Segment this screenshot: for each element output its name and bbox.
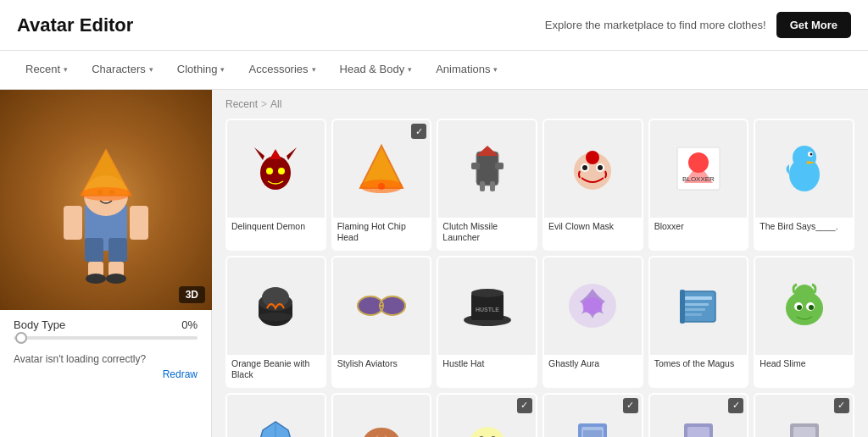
svg-point-22 [378,183,385,190]
item-image-hustle-hat: HUSTLE [438,257,536,355]
svg-text:HUSTLE: HUSTLE [476,307,499,313]
breadcrumb: Recent > All [225,98,854,110]
breadcrumb-parent[interactable]: Recent [225,98,258,110]
body-type-label: Body Type [14,318,65,331]
item-image-orange-beanie [227,257,325,355]
chevron-down-icon: ▾ [408,65,412,74]
item-hustle-hat[interactable]: HUSTLEHustle Hat [437,256,537,388]
avatar-error-text: Avatar isn't loading correctly? [0,346,211,368]
svg-point-43 [810,153,812,156]
tab-characters[interactable]: Characters ▾ [80,51,165,89]
chevron-down-icon: ▾ [64,65,68,74]
chevron-down-icon: ▾ [149,65,153,74]
svg-point-14 [106,274,126,284]
item-evil-clown[interactable]: Evil Clown Mask [542,119,643,251]
svg-rect-3 [64,206,82,240]
svg-rect-66 [685,303,709,306]
item-image-delinquent-demon [227,120,325,218]
svg-point-10 [81,187,131,201]
item-image-head-slime [755,257,853,355]
svg-point-80 [469,427,506,437]
svg-rect-29 [495,163,504,169]
svg-point-13 [86,274,106,284]
item-bird-says[interactable]: The Bird Says____. [754,119,854,251]
item-image-row3c: ✓ [438,395,536,437]
body-type-slider-thumb[interactable] [15,332,27,344]
svg-rect-63 [682,291,715,322]
svg-point-62 [582,297,603,314]
tab-animations[interactable]: Animations ▾ [424,51,509,89]
get-more-button[interactable]: Get More [776,12,851,38]
svg-point-75 [809,305,814,310]
item-image-stylish-aviators [333,257,431,355]
item-head-slime[interactable]: Head Slime [754,256,854,388]
item-checkmark-icon: ✓ [517,398,532,413]
tab-accessories[interactable]: Accessories ▾ [236,51,327,89]
item-label-delinquent-demon: Delinquent Demon [227,218,325,238]
item-flaming-chip[interactable]: ↓✓Flaming Hot Chip Head [331,119,432,251]
svg-marker-25 [476,146,498,156]
page-title: Avatar Editor [17,14,133,36]
item-clutch-missile[interactable]: Clutch Missile Launcher [437,119,537,251]
breadcrumb-separator: > [261,98,267,110]
items-grid: Delinquent Demon↓✓Flaming Hot Chip HeadC… [225,119,854,437]
item-image-tomes-magus [650,257,748,355]
item-row3d[interactable]: ✓ [542,393,643,437]
item-checkmark-icon: ✓ [728,398,743,413]
item-row3a[interactable] [225,393,326,437]
svg-point-71 [794,285,815,305]
svg-rect-65 [685,296,712,300]
item-label-stylish-aviators: Stylish Aviators [333,355,431,375]
item-row3c[interactable]: ✓ [437,393,537,437]
item-image-row3f: ✓ [755,395,853,437]
svg-rect-85 [583,430,602,437]
svg-rect-26 [480,181,485,191]
item-row3b[interactable] [331,393,432,437]
item-image-evil-clown [544,120,642,218]
tab-clothing[interactable]: Clothing ▾ [165,51,237,89]
item-image-ghastly-aura [544,257,642,355]
svg-rect-4 [130,206,148,240]
svg-point-17 [278,168,285,174]
svg-rect-2 [108,238,127,262]
redraw-button[interactable]: Redraw [0,368,211,387]
item-row3f[interactable]: ✓ [754,393,854,437]
item-stylish-aviators[interactable]: Stylish Aviators [331,256,432,388]
chevron-down-icon: ▾ [220,65,225,74]
item-image-bloxxer: BLOXXER [650,120,748,218]
item-label-evil-clown: Evil Clown Mask [544,218,642,238]
svg-rect-69 [680,290,685,324]
item-label-ghastly-aura: Ghastly Aura [544,355,642,375]
item-label-orange-beanie: Orange Beanie with Black [227,355,325,386]
item-bloxxer[interactable]: BLOXXERBloxxer [648,119,749,251]
promo-text: Explore the marketplace to find more clo… [545,19,766,31]
svg-marker-18 [270,149,281,159]
svg-point-59 [471,289,504,297]
item-image-row3b [333,395,431,437]
tab-head-body[interactable]: Head & Body ▾ [328,51,425,89]
item-image-row3a [227,395,325,437]
item-image-row3e: ✓ [650,395,748,437]
item-orange-beanie[interactable]: Orange Beanie with Black [225,256,326,388]
item-tomes-magus[interactable]: Tomes of the Magus [648,256,749,388]
item-label-clutch-missile: Clutch Missile Launcher [438,218,536,249]
item-label-bloxxer: Bloxxer [650,218,748,238]
item-label-bird-says: The Bird Says____. [755,218,853,238]
item-row3e[interactable]: ✓ [648,393,749,437]
breadcrumb-current: All [270,98,281,110]
nav-tabs: Recent ▾ Characters ▾ Clothing ▾ Accesso… [0,51,868,90]
chevron-down-icon: ▾ [312,65,316,74]
svg-point-49 [259,313,292,321]
item-checkmark-icon: ✓ [623,398,638,413]
item-ghastly-aura[interactable]: Ghastly Aura [542,256,643,388]
item-delinquent-demon[interactable]: Delinquent Demon [225,119,326,251]
body-type-slider-track [14,336,198,340]
tab-recent[interactable]: Recent ▾ [14,51,80,89]
item-image-flaming-chip: ↓✓ [333,120,431,218]
items-panel: Recent > All Delinquent Demon↓✓Flaming H… [212,90,868,437]
svg-rect-1 [85,238,103,262]
svg-point-35 [598,165,603,170]
item-label-hustle-hat: Hustle Hat [438,355,536,375]
svg-point-34 [582,165,587,170]
svg-point-31 [586,151,599,164]
